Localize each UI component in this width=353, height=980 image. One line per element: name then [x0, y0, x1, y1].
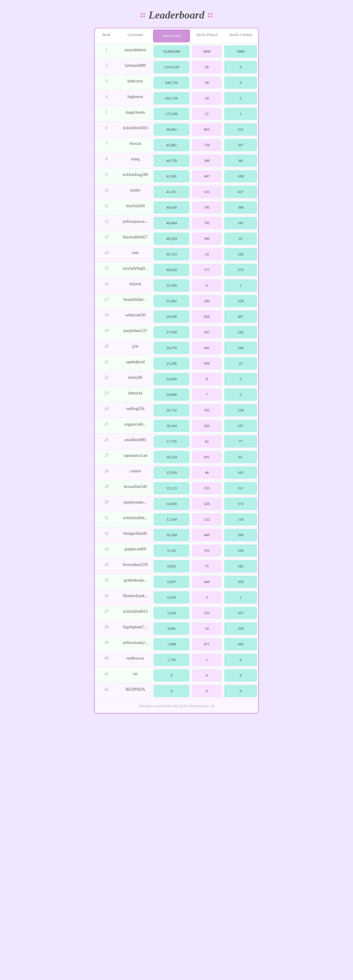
- cell-decks-created: 0: [224, 685, 257, 697]
- cell-points: 42,181: [154, 170, 189, 183]
- cell-decks-created: 242: [224, 326, 257, 339]
- cell-username: fartman4000: [118, 59, 153, 75]
- cell-username: smallbird985: [118, 434, 153, 449]
- cell-points: 6,250: [154, 591, 189, 604]
- cell-decks-played: 0: [192, 685, 222, 697]
- cell-decks-created: 0: [224, 669, 257, 682]
- cell-decks-created: 2: [224, 92, 257, 105]
- cell-points: 31,062: [154, 295, 189, 307]
- cell-decks-created: 337: [224, 607, 257, 619]
- col-total-points[interactable]: Total Points: [153, 29, 190, 42]
- cell-rank: 18: [95, 309, 118, 324]
- table-row: 41 tai 0 0 0: [95, 668, 258, 683]
- table-row: 32 bluegorilla445 10,504 489 288: [95, 527, 258, 543]
- cell-username: bethcurry: [118, 75, 153, 90]
- cell-username: purplesnake...: [118, 496, 153, 511]
- cell-points: 1,998: [154, 638, 189, 651]
- cell-decks-played: 283: [192, 420, 222, 432]
- cell-decks-created: 22: [224, 232, 257, 245]
- cell-decks-played: 62: [192, 435, 222, 448]
- cell-rank: 11: [95, 200, 118, 215]
- cell-rank: 4: [95, 91, 118, 106]
- cell-username: tinyfish204: [118, 200, 153, 215]
- cell-decks-created: 181: [224, 217, 257, 229]
- cell-decks-created: 165: [224, 466, 257, 479]
- cell-username: lazyladybug9...: [118, 262, 153, 277]
- cell-points: 172,500: [154, 108, 189, 120]
- table-row: 27 sapasdasczcad 16,214 601 81: [95, 449, 258, 465]
- cell-rank: 32: [95, 527, 118, 542]
- table-row: 33 purplecat469 9,143 701 294: [95, 543, 258, 558]
- cell-decks-played: 829: [192, 310, 222, 323]
- cell-points: 40,028: [154, 264, 189, 276]
- page-title: Leaderboard: [149, 9, 204, 21]
- cell-decks-created: 288: [224, 529, 257, 541]
- table-row: 6 ticklishbird503 46,961 865 231: [95, 122, 258, 137]
- cell-username: bigelephant7...: [118, 621, 153, 636]
- cell-username: realboocas: [118, 652, 153, 667]
- table-row: 4 biglemon 622,750 18 2: [95, 91, 258, 106]
- cell-decks-played: 701: [192, 544, 222, 557]
- cell-decks-created: 359: [224, 622, 257, 635]
- cell-decks-played: 426: [192, 498, 222, 510]
- cell-decks-created: 81: [224, 451, 257, 463]
- col-decks-created: Decks Created: [223, 28, 258, 43]
- cell-username: biglemon: [118, 91, 153, 106]
- cell-decks-created: 182: [224, 560, 257, 573]
- cell-points: 10,504: [154, 529, 189, 541]
- cell-points: 45,801: [154, 139, 189, 151]
- cell-points: 6,697: [154, 576, 189, 588]
- cell-username: boocas: [118, 137, 153, 153]
- cell-points: 5,543: [154, 607, 189, 619]
- cell-points: 40,684: [154, 217, 189, 229]
- cell-points: 9,143: [154, 544, 189, 557]
- table-row: 15 lazyladybug9... 40,028 177 373: [95, 262, 258, 278]
- table-row: 5 magicbeans 172,500 27 1: [95, 106, 258, 122]
- cell-decks-played: 101: [192, 186, 222, 198]
- cell-rank: 33: [95, 543, 118, 558]
- cell-username: connor: [118, 465, 153, 480]
- cell-decks-created: 2: [224, 388, 257, 401]
- table-row: 21 sapdsdpsad 25,296 959 23: [95, 356, 258, 371]
- cell-decks-created: 294: [224, 544, 257, 557]
- cell-points: 646,750: [154, 76, 189, 89]
- cell-decks-created: 80: [224, 154, 257, 167]
- cell-decks-created: 373: [224, 264, 257, 276]
- cell-rank: 26: [95, 434, 118, 449]
- cell-rank: 17: [95, 293, 118, 309]
- cell-decks-created: 1: [224, 279, 257, 292]
- cell-points: 1,750: [154, 654, 189, 666]
- cell-points: 41,451: [154, 186, 189, 198]
- cell-decks-played: 122: [192, 513, 222, 526]
- cell-rank: 28: [95, 465, 118, 480]
- cell-rank: 36: [95, 590, 118, 605]
- cell-rank: 35: [95, 574, 118, 589]
- cell-decks-created: 311: [224, 482, 257, 495]
- cell-points: 12,104: [154, 513, 189, 526]
- cell-username: blackrabbit457: [118, 231, 153, 246]
- cell-decks-played: 75: [192, 560, 222, 573]
- col-decks-played: Decks Played: [191, 28, 223, 43]
- table-row: 38 bigelephant7... 4,001 54 359: [95, 621, 258, 636]
- cell-decks-played: 333: [192, 607, 222, 619]
- table-row: 26 smallbird985 17,735 62 77: [95, 434, 258, 449]
- cell-decks-played: 759: [192, 139, 222, 151]
- cell-decks-played: 0: [192, 669, 222, 682]
- table-row: 36 Heatherfrank... 6,250 3 1: [95, 590, 258, 605]
- leaderboard-container: Rank Username Total Points Decks Played …: [94, 28, 259, 714]
- table-row: 23 shmacky 24,000 7 2: [95, 387, 258, 402]
- table-row: 8 tomq 44,759 398 80: [95, 153, 258, 169]
- col-rank: Rank: [95, 28, 118, 43]
- cell-points: 18,344: [154, 420, 189, 432]
- cell-decks-played: 49: [192, 76, 222, 89]
- cell-username: beautifulduc...: [118, 293, 153, 309]
- table-row: 12 yellowpeacoc... 40,684 792 181: [95, 215, 258, 231]
- cell-decks-played: 601: [192, 451, 222, 463]
- cell-decks-created: 397: [224, 139, 257, 151]
- cell-decks-played: 48: [192, 466, 222, 479]
- table-row: 10 bobby 41,451 101 427: [95, 184, 258, 200]
- cell-decks-played: 177: [192, 264, 222, 276]
- table-row: 40 realboocas 1,750 1 0: [95, 652, 258, 668]
- cell-decks-played: 58: [192, 61, 222, 73]
- cell-username: ticklishrabbit...: [118, 512, 153, 527]
